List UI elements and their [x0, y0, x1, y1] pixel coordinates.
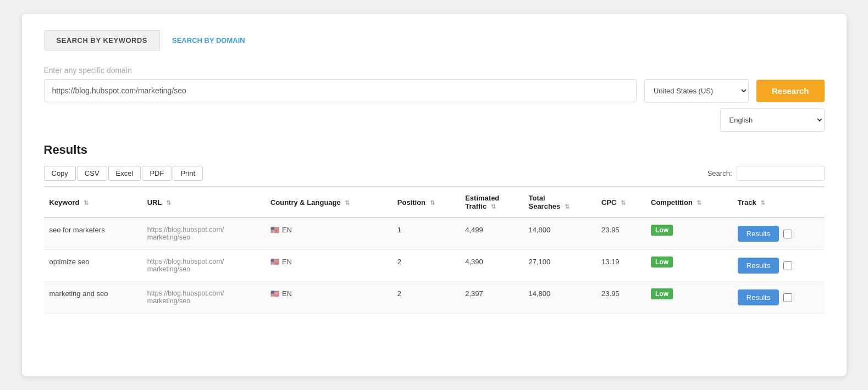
track-checkbox-1[interactable]	[783, 261, 792, 270]
flag-en-2: 🇺🇸 EN	[270, 289, 292, 298]
cell-keyword-1: optimize seo	[44, 250, 142, 282]
language-select[interactable]: English Spanish French German	[720, 108, 825, 132]
competition-badge-1: Low	[651, 257, 673, 268]
cell-track-0: Results	[732, 218, 825, 249]
print-button[interactable]: Print	[173, 166, 203, 181]
cell-url-0: https://blog.hubspot.com/marketing/seo	[142, 218, 265, 250]
cell-searches-1: 27,100	[523, 250, 596, 282]
table-row: marketing and seo https://blog.hubspot.c…	[44, 282, 825, 314]
results-title: Results	[44, 143, 825, 157]
track-checkbox-2[interactable]	[783, 293, 792, 302]
results-button-0[interactable]: Results	[738, 226, 779, 242]
sort-position-icon: ⇅	[430, 199, 435, 207]
lang-code-1: EN	[282, 258, 292, 266]
cell-position-2: 2	[392, 282, 460, 314]
sort-url-icon: ⇅	[166, 199, 171, 207]
flag-emoji-1: 🇺🇸	[270, 258, 279, 266]
col-country-language[interactable]: Country & Language ⇅	[265, 187, 392, 218]
col-position[interactable]: Position ⇅	[392, 187, 460, 218]
flag-emoji-0: 🇺🇸	[270, 226, 279, 234]
cell-url-1: https://blog.hubspot.com/marketing/seo	[142, 250, 265, 282]
flag-en-1: 🇺🇸 EN	[270, 258, 292, 266]
sort-track-icon: ⇅	[760, 199, 765, 207]
search-tabs: SEARCH BY KEYWORDS SEARCH BY DOMAIN	[44, 30, 825, 51]
cell-searches-2: 14,800	[523, 282, 596, 314]
table-header-row: Keyword ⇅ URL ⇅ Country & Language ⇅ Pos…	[44, 187, 825, 218]
domain-input[interactable]	[44, 79, 637, 102]
sort-competition-icon: ⇅	[696, 199, 701, 207]
search-filter-label: Search:	[707, 169, 732, 177]
competition-badge-2: Low	[651, 288, 673, 299]
search-label: Enter any specific domain	[44, 66, 825, 75]
cell-country-0: 🇺🇸 EN	[265, 218, 392, 250]
export-buttons: Copy CSV Excel PDF Print	[44, 166, 203, 181]
cell-cpc-2: 23.95	[596, 282, 645, 314]
competition-badge-0: Low	[651, 225, 673, 236]
col-total-searches[interactable]: TotalSearches ⇅	[523, 187, 596, 218]
flag-emoji-2: 🇺🇸	[270, 289, 279, 298]
col-url[interactable]: URL ⇅	[142, 187, 265, 218]
tab-keywords[interactable]: SEARCH BY KEYWORDS	[44, 30, 161, 51]
pdf-button[interactable]: PDF	[142, 166, 172, 181]
cell-country-2: 🇺🇸 EN	[265, 282, 392, 314]
cell-searches-0: 14,800	[523, 218, 596, 250]
filter-input[interactable]	[737, 166, 825, 181]
cell-position-0: 1	[392, 218, 460, 250]
main-card: SEARCH BY KEYWORDS SEARCH BY DOMAIN Ente…	[22, 14, 847, 376]
country-select[interactable]: United States (US) United Kingdom (UK) C…	[644, 79, 749, 103]
cell-traffic-0: 4,499	[460, 218, 523, 250]
lang-code-0: EN	[282, 226, 292, 234]
table-row: seo for marketers https://blog.hubspot.c…	[44, 218, 825, 250]
col-competition[interactable]: Competition ⇅	[645, 187, 732, 218]
cell-competition-1: Low	[645, 250, 732, 282]
cell-competition-2: Low	[645, 282, 732, 314]
col-keyword[interactable]: Keyword ⇅	[44, 187, 142, 218]
col-track[interactable]: Track ⇅	[732, 187, 825, 218]
cell-traffic-1: 4,390	[460, 250, 523, 282]
results-button-2[interactable]: Results	[738, 289, 779, 305]
cell-url-2: https://blog.hubspot.com/marketing/seo	[142, 282, 265, 314]
cell-track-2: Results	[732, 282, 825, 313]
copy-button[interactable]: Copy	[44, 166, 76, 181]
tab-domain[interactable]: SEARCH BY DOMAIN	[160, 30, 257, 51]
cell-competition-0: Low	[645, 218, 732, 250]
cell-traffic-2: 2,397	[460, 282, 523, 314]
flag-en-0: 🇺🇸 EN	[270, 226, 292, 234]
col-estimated-traffic[interactable]: EstimatedTraffic ⇅	[460, 187, 523, 218]
csv-button[interactable]: CSV	[77, 166, 107, 181]
sort-searches-icon: ⇅	[565, 203, 570, 210]
excel-button[interactable]: Excel	[108, 166, 141, 181]
table-row: optimize seo https://blog.hubspot.com/ma…	[44, 250, 825, 282]
sort-cpc-icon: ⇅	[621, 199, 626, 207]
right-controls: United States (US) United Kingdom (UK) C…	[644, 79, 825, 132]
cell-cpc-0: 23.95	[596, 218, 645, 250]
results-button-1[interactable]: Results	[738, 258, 779, 274]
cell-keyword-0: seo for marketers	[44, 218, 142, 250]
research-button[interactable]: Research	[756, 80, 825, 102]
sort-traffic-icon: ⇅	[491, 203, 496, 210]
results-table: Keyword ⇅ URL ⇅ Country & Language ⇅ Pos…	[44, 186, 825, 314]
cell-track-1: Results	[732, 250, 825, 281]
cell-keyword-2: marketing and seo	[44, 282, 142, 314]
search-row: United States (US) United Kingdom (UK) C…	[44, 79, 825, 132]
col-cpc[interactable]: CPC ⇅	[596, 187, 645, 218]
lang-code-2: EN	[282, 289, 292, 298]
cell-cpc-1: 13.19	[596, 250, 645, 282]
toolbar: Copy CSV Excel PDF Print Search:	[44, 166, 825, 181]
track-checkbox-0[interactable]	[783, 230, 792, 238]
search-filter: Search:	[707, 166, 825, 181]
cell-position-1: 2	[392, 250, 460, 282]
sort-country-icon: ⇅	[345, 199, 350, 207]
right-top-row: United States (US) United Kingdom (UK) C…	[644, 79, 825, 103]
cell-country-1: 🇺🇸 EN	[265, 250, 392, 282]
sort-keyword-icon: ⇅	[84, 199, 89, 207]
